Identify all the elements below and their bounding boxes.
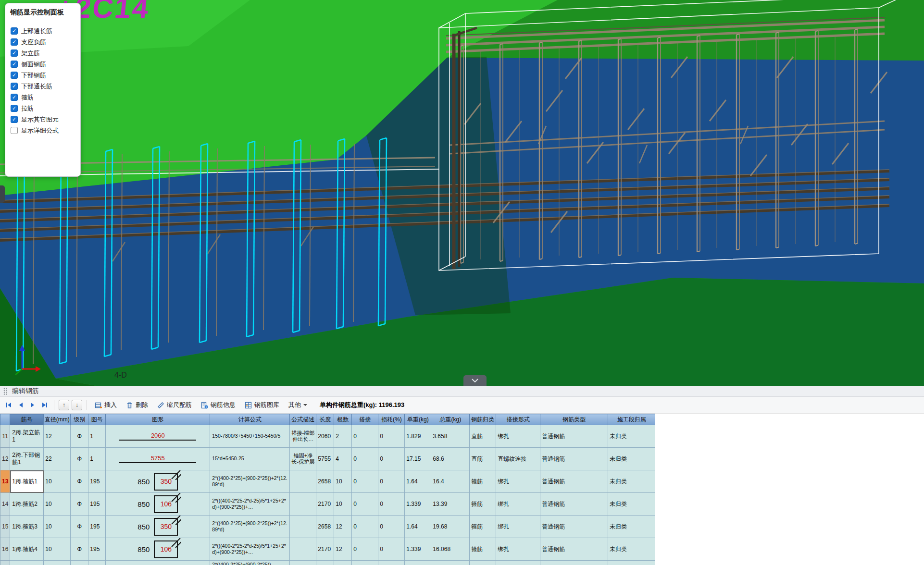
cell-dia[interactable] — [44, 561, 71, 565]
cell-type[interactable] — [540, 561, 608, 565]
display-option-7[interactable]: ✓箍筋 — [5, 92, 80, 103]
cell-type[interactable]: 普通钢筋 — [540, 470, 608, 493]
cell-graphic[interactable]: 2060 — [106, 425, 210, 448]
cell-num[interactable]: 12 — [0, 448, 10, 470]
cell-section[interactable]: 未归类 — [608, 538, 655, 561]
cell-cls[interactable]: 箍筋 — [470, 470, 496, 493]
cell-desc[interactable] — [290, 538, 316, 561]
cell-dia[interactable]: 10 — [44, 538, 71, 561]
cell-fig[interactable]: 1 — [88, 448, 106, 470]
cell-desc[interactable] — [290, 493, 316, 516]
cell-name[interactable]: 1跨.箍筋4 — [10, 538, 44, 561]
cell-total[interactable]: 19.68 — [431, 516, 470, 538]
cell-lapType[interactable]: 绑扎 — [496, 470, 540, 493]
cell-num[interactable]: 16 — [0, 538, 10, 561]
cell-grade[interactable]: Φ — [71, 493, 88, 516]
cell-lapType[interactable]: 直螺纹连接 — [496, 448, 540, 470]
cell-name[interactable]: 1跨.箍筋2 — [10, 493, 44, 516]
column-header[interactable]: 损耗(%) — [378, 414, 405, 425]
display-option-1[interactable]: ✓上部通长筋 — [5, 25, 80, 37]
cell-fig[interactable]: 195 — [88, 538, 106, 561]
display-option-3[interactable]: ✓架立筋 — [5, 48, 80, 59]
other-menu-button[interactable]: 其他 — [285, 399, 311, 411]
rebar-gallery-button[interactable]: 钢筋图库 — [241, 399, 283, 411]
cell-grade[interactable]: Φ — [71, 538, 88, 561]
cell-grade[interactable]: Φ — [71, 470, 88, 493]
cell-unit[interactable]: 1.829 — [405, 425, 431, 448]
cell-lapType[interactable]: 绑扎 — [496, 538, 540, 561]
cell-length[interactable]: 2060 — [316, 425, 334, 448]
cell-total[interactable]: 16.4 — [431, 470, 470, 493]
column-header[interactable]: 单重(kg) — [405, 414, 431, 425]
display-option-5[interactable]: ✓下部钢筋 — [5, 70, 80, 81]
cell-lap[interactable]: 0 — [352, 448, 378, 470]
cell-loss[interactable]: 0 — [378, 425, 405, 448]
viewport-3d[interactable]: +2C14 4-D 钢筋显示控制面板 ✓上部通长筋✓支座负筋✓架立筋✓侧面钢筋✓… — [0, 0, 924, 386]
checkbox-checked-icon[interactable]: ✓ — [11, 61, 18, 68]
cell-section[interactable]: 未归类 — [608, 493, 655, 516]
cell-grade[interactable]: Φ — [71, 425, 88, 448]
edit-rebar-titlebar[interactable]: 编辑钢筋 — [0, 386, 924, 397]
cell-grade[interactable] — [71, 561, 88, 565]
checkbox-checked-icon[interactable]: ✓ — [11, 116, 18, 123]
checkbox-checked-icon[interactable]: ✓ — [11, 38, 18, 46]
cell-dia[interactable]: 22 — [44, 448, 71, 470]
cell-length[interactable]: 2658 — [316, 470, 334, 493]
cell-count[interactable] — [334, 561, 352, 565]
cell-num[interactable]: 11 — [0, 425, 10, 448]
cell-fig[interactable] — [88, 561, 106, 565]
cell-graphic[interactable]: 850350 — [106, 470, 210, 493]
display-option-6[interactable]: ✓下部通长筋 — [5, 81, 80, 92]
cell-type[interactable]: 普通钢筋 — [540, 538, 608, 561]
cell-dia[interactable]: 10 — [44, 493, 71, 516]
move-row-down-button[interactable]: ↓ — [72, 400, 82, 410]
column-header[interactable]: 计算公式 — [210, 414, 290, 425]
cell-graphic[interactable]: 850350 — [106, 516, 210, 538]
move-row-up-button[interactable]: ↑ — [59, 400, 69, 410]
cell-unit[interactable] — [405, 561, 431, 565]
scene-3d-render[interactable] — [0, 0, 924, 386]
cell-cls[interactable]: 箍筋 — [470, 538, 496, 561]
cell-count[interactable]: 10 — [334, 470, 352, 493]
cell-grade[interactable]: Φ — [71, 516, 88, 538]
cell-desc[interactable]: 锚固+净长-保护层 — [290, 448, 316, 470]
cell-graphic[interactable]: 850106 — [106, 493, 210, 516]
checkbox-unchecked-icon[interactable] — [11, 127, 18, 134]
table-row[interactable]: 112跨.架立筋112Φ12060150-7800/3+5450+150-545… — [0, 425, 655, 448]
table-row[interactable]: 141跨.箍筋210Φ1958501062*(((400-2*25-2*d-25… — [0, 493, 655, 516]
table-row[interactable]: 131跨.箍筋110Φ1958503502*((400-2*25)+(900-2… — [0, 470, 655, 493]
column-header[interactable]: 钢筋类型 — [540, 414, 608, 425]
cell-formula[interactable]: 2*(((400-2*25-2*d-25)/5*1+25+2*d)+(900-2… — [210, 538, 290, 561]
cell-desc[interactable]: 搭接-端部伸出长… — [290, 425, 316, 448]
cell-desc[interactable] — [290, 470, 316, 493]
cell-count[interactable]: 12 — [334, 538, 352, 561]
cell-grade[interactable]: Φ — [71, 448, 88, 470]
column-header[interactable]: 钢筋归类 — [470, 414, 496, 425]
cell-loss[interactable]: 0 — [378, 516, 405, 538]
cell-type[interactable]: 普通钢筋 — [540, 493, 608, 516]
prev-record-button[interactable] — [16, 400, 25, 410]
viewport-collapse-button[interactable] — [463, 375, 487, 386]
cell-name[interactable]: 2跨.下部钢筋1 — [10, 448, 44, 470]
cell-unit[interactable]: 1.64 — [405, 516, 431, 538]
cell-total[interactable]: 16.068 — [431, 538, 470, 561]
rebar-info-button[interactable]: i 钢筋信息 — [198, 399, 239, 411]
cell-loss[interactable]: 0 — [378, 493, 405, 516]
column-header[interactable]: 搭接 — [352, 414, 378, 425]
cell-count[interactable]: 2 — [334, 425, 352, 448]
cell-graphic[interactable]: 5755 — [106, 448, 210, 470]
cell-dia[interactable]: 12 — [44, 425, 71, 448]
cell-count[interactable]: 10 — [334, 493, 352, 516]
cell-formula[interactable]: 150-7800/3+5450+150-5450/5 — [210, 425, 290, 448]
cell-section[interactable]: 未归类 — [608, 470, 655, 493]
checkbox-checked-icon[interactable]: ✓ — [11, 72, 18, 79]
checkbox-checked-icon[interactable]: ✓ — [11, 49, 18, 57]
table-row[interactable]: 2*((400-2*25)+(900-2*25)) — [0, 561, 655, 565]
cell-desc[interactable] — [290, 561, 316, 565]
cell-loss[interactable]: 0 — [378, 538, 405, 561]
cell-lap[interactable]: 0 — [352, 470, 378, 493]
table-row[interactable]: 151跨.箍筋310Φ1958503502*((400-2*25)+(900-2… — [0, 516, 655, 538]
cell-lap[interactable]: 0 — [352, 493, 378, 516]
cell-formula[interactable]: 15*d+5450-25 — [210, 448, 290, 470]
cell-cls[interactable]: 箍筋 — [470, 493, 496, 516]
